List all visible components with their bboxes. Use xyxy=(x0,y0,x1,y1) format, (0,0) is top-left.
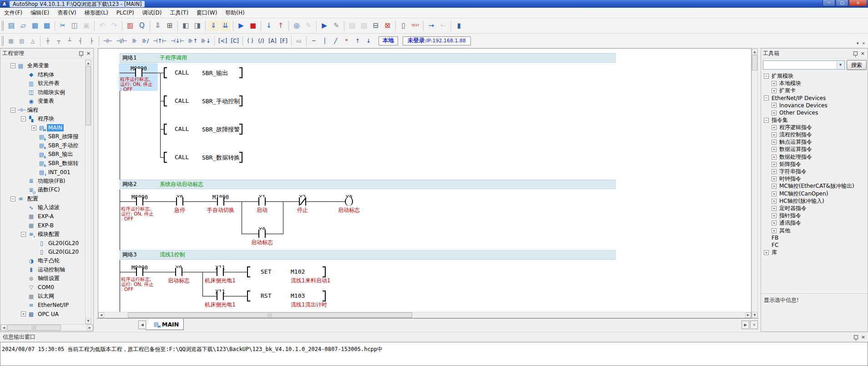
tree-item-label[interactable]: INT_001 xyxy=(47,169,72,176)
append-row-button[interactable]: ┴ xyxy=(65,36,75,46)
tree-item[interactable]: +HC轴控(脉冲输入) xyxy=(761,197,868,205)
tree-item-label[interactable]: 库 xyxy=(770,249,778,256)
tree-item[interactable]: −▚程序块 xyxy=(0,115,84,124)
tree-item[interactable]: +▤SSBR_数据转 xyxy=(0,159,84,168)
tree-item[interactable]: +字符串指令 xyxy=(761,168,868,175)
find-button[interactable]: Q xyxy=(136,20,147,31)
menu-item[interactable]: PLC(P) xyxy=(112,8,138,17)
tree-item-label[interactable]: 指针指令 xyxy=(778,212,802,220)
lad-mode-button[interactable]: ▦ xyxy=(6,36,16,46)
tree-item-label[interactable]: 时钟指令 xyxy=(778,175,802,183)
scrollbar-thumb[interactable] xyxy=(752,55,757,70)
smart-input-button[interactable]: ◬ xyxy=(28,36,38,46)
scroll-left-icon[interactable]: ◀ xyxy=(1,325,7,331)
tree-item-label[interactable]: 定时器指令 xyxy=(778,205,808,212)
tree-item[interactable]: +◉变量表 xyxy=(0,97,84,106)
tree-item[interactable]: +矩阵指令 xyxy=(761,160,868,168)
parallel-rising-contact-button[interactable]: ⊪↑ xyxy=(187,36,199,46)
contact-x11[interactable] xyxy=(217,268,224,276)
local-button[interactable]: 本地 xyxy=(378,36,398,45)
editor-hscrollbar[interactable]: ◀ ||| ▶ xyxy=(98,312,751,318)
title-bar[interactable]: A AutoShop V4.10.1.1 F:\QQ浏览器下载\123 - [M… xyxy=(0,0,868,8)
plc-panel-button[interactable]: ▮ xyxy=(454,20,464,31)
tree-item[interactable]: +▤SSBR_手动控 xyxy=(0,141,84,150)
horizontal-line-button[interactable]: ─ xyxy=(309,36,319,46)
window-tile-button[interactable]: ◨ xyxy=(192,20,203,31)
tree-item-label[interactable]: OPC UA xyxy=(36,311,60,318)
tree-item-label[interactable]: 运动控制轴 xyxy=(36,266,66,274)
tree-item[interactable]: +MC轴控(EtherCAT&脉冲输出) xyxy=(761,183,868,190)
parallel-no-contact-button[interactable]: ⊪ xyxy=(130,36,140,46)
expand-icon[interactable]: + xyxy=(772,191,777,196)
tree-item-label[interactable]: MC轴控(EtherCAT&脉冲输出) xyxy=(778,183,856,190)
collapse-icon[interactable]: − xyxy=(764,95,769,100)
tree-item[interactable]: +▯GL20(GL20 xyxy=(0,248,84,257)
upload-plc-button[interactable]: ↑ xyxy=(275,20,286,31)
close-tab-button[interactable]: × xyxy=(750,321,758,329)
delete-line-button[interactable]: * xyxy=(342,36,352,46)
collapse-icon[interactable]: − xyxy=(764,74,769,79)
expand-icon[interactable]: + xyxy=(772,147,777,152)
tree-item-label[interactable]: 指令集 xyxy=(770,116,789,124)
tree-item[interactable]: +▽COM0 xyxy=(0,283,84,292)
editor-vscrollbar[interactable]: ▲ ▼ xyxy=(752,48,758,318)
tree-item-label[interactable]: 全局变量 xyxy=(26,61,50,70)
tree-item-label[interactable]: Inovance Devices xyxy=(778,102,829,109)
debug-mode-button[interactable]: ▶ xyxy=(319,20,330,31)
logout-button[interactable]: ← xyxy=(438,20,449,31)
tree-item-label[interactable]: 功能块实例 xyxy=(36,88,66,97)
save-all-button[interactable]: ▩ xyxy=(41,20,52,31)
expand-icon[interactable]: + xyxy=(772,110,777,115)
nc-contact-button[interactable]: ⊣/⊢ xyxy=(115,36,129,46)
contact-m8000[interactable] xyxy=(136,268,143,276)
delete-button[interactable]: ▥ xyxy=(125,20,136,31)
tree-item-label[interactable]: FB xyxy=(770,234,780,241)
run-plc-button[interactable]: ▶ xyxy=(236,20,247,31)
tree-item[interactable]: −EtherNet/IP Devices xyxy=(761,95,868,102)
parallel-nc-contact-button[interactable]: ⊪/ xyxy=(141,36,151,46)
tree-item[interactable]: +Other Devices xyxy=(761,109,868,116)
tree-item[interactable]: +≡EtherNet/IP xyxy=(0,301,84,310)
call-block[interactable] xyxy=(164,152,167,163)
tree-item[interactable]: +本地模块 xyxy=(761,80,868,87)
expand-icon[interactable]: + xyxy=(772,213,777,218)
no-contact-button[interactable]: ⊣⊢ xyxy=(101,36,114,46)
expand-icon[interactable]: + xyxy=(772,184,777,189)
call-block[interactable] xyxy=(164,67,167,78)
tree-item-label[interactable]: EXP-A xyxy=(36,213,55,220)
instruction-op[interactable]: SET xyxy=(261,268,271,275)
contact-x2-nc[interactable] xyxy=(299,197,306,206)
call-block[interactable] xyxy=(164,124,167,135)
tree-item-label[interactable]: EtherNet/IP xyxy=(36,301,70,309)
instruction-arg[interactable]: SBR_数据转换 xyxy=(202,154,240,162)
contact-y0-branch[interactable] xyxy=(258,230,266,238)
tree-item[interactable]: +时钟指令 xyxy=(761,175,868,183)
close-icon[interactable]: × xyxy=(861,51,865,55)
tree-item[interactable]: +库 xyxy=(761,249,868,256)
tree-item[interactable]: +触点运算指令 xyxy=(761,139,868,146)
instruction-op[interactable]: CALL xyxy=(175,69,189,76)
contact-block-button[interactable]: [C] xyxy=(229,36,240,46)
tree-item[interactable]: +≣()函数(FC) xyxy=(0,186,84,195)
instruction-arg[interactable]: M103 xyxy=(291,292,305,299)
contact-m8000[interactable] xyxy=(136,197,143,206)
tree-item[interactable]: −≡+模块配置 xyxy=(0,230,84,239)
tree-item[interactable]: +◫功能块实例 xyxy=(0,88,84,97)
tree-item-label[interactable]: 功能块(FB) xyxy=(36,177,67,186)
tree-item-label[interactable]: MAIN xyxy=(47,124,64,131)
search-button[interactable]: 搜索 xyxy=(847,60,867,70)
tree-item-label[interactable]: 模块配置 xyxy=(36,230,61,239)
tree-item[interactable]: −≡配置 xyxy=(0,195,84,204)
scrollbar-thumb[interactable]: ||| xyxy=(7,325,61,331)
toolbar-grip[interactable] xyxy=(1,21,4,31)
function-block-button[interactable]: ▭ xyxy=(294,36,304,46)
undo-button[interactable]: ↶ xyxy=(97,20,108,31)
tree-item[interactable]: +⊛轴组设置 xyxy=(0,274,84,283)
expand-icon[interactable]: + xyxy=(31,125,36,130)
tree-item-label[interactable]: Other Devices xyxy=(778,109,819,116)
upload-project-button[interactable]: ⇊ xyxy=(220,20,231,31)
expand-icon[interactable]: + xyxy=(772,176,777,181)
tree-item-label[interactable]: 电子凸轮 xyxy=(36,256,61,265)
project-tree-vscrollbar[interactable]: ▲ ▼ xyxy=(85,60,91,324)
test-mode-button[interactable]: TEST xyxy=(410,20,421,31)
